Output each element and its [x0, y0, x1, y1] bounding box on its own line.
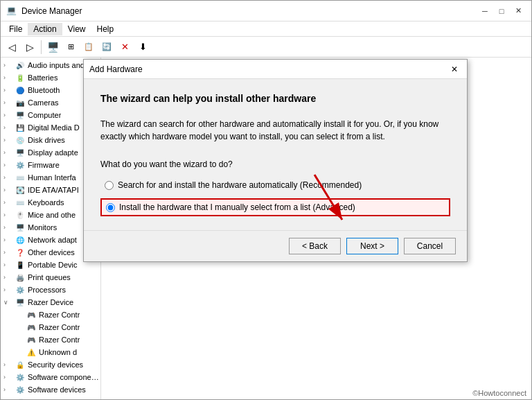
expand-firmware: ›: [3, 162, 15, 168]
expand-computer: ›: [3, 112, 15, 119]
icon-network: 🌐: [15, 234, 26, 245]
cancel-button[interactable]: Cancel: [404, 238, 456, 254]
toolbar-sep-1: [41, 40, 42, 54]
radio-option-auto[interactable]: Search for and install the hardware auto…: [100, 177, 450, 193]
menu-help[interactable]: Help: [91, 23, 120, 35]
icon-monitors: 🖥️: [15, 222, 26, 233]
toolbar-scan[interactable]: ⊞: [62, 39, 79, 55]
toolbar-update[interactable]: 🔄: [98, 39, 115, 55]
label-network: Network adapt: [28, 236, 77, 244]
toolbar-properties[interactable]: 📋: [80, 39, 97, 55]
close-button[interactable]: ✕: [511, 3, 526, 19]
label-software-devices: Software devices: [28, 385, 86, 394]
menu-view[interactable]: View: [62, 23, 91, 35]
toolbar-computer[interactable]: 🖥️: [44, 39, 61, 55]
tree-software-components[interactable]: › ⚙️ Software components: [1, 371, 100, 383]
expand-cameras: ›: [3, 99, 15, 106]
tree-unknown-device[interactable]: ⚠️ Unknown d: [1, 346, 100, 358]
label-unknown-device: Unknown d: [39, 348, 77, 356]
icon-other-devices: ❓: [15, 247, 26, 258]
tree-security[interactable]: › 🔒 Security devices: [1, 358, 100, 371]
dialog-close-button[interactable]: ✕: [447, 62, 461, 76]
title-bar-left: 💻 Device Manager: [6, 6, 82, 17]
toolbar: ◁ ▷ 🖥️ ⊞ 📋 🔄 ✕ ⬇: [1, 37, 531, 58]
expand-print-queues: ›: [3, 274, 15, 281]
label-cameras: Cameras: [28, 98, 59, 107]
expand-sound: ›: [3, 399, 15, 399]
icon-razer-ctrl-2: 🎮: [26, 322, 37, 333]
maximize-button[interactable]: □: [494, 3, 509, 19]
label-sound: Sound, video and game controllers: [28, 398, 100, 399]
expand-display-adapters: ›: [3, 149, 15, 156]
label-keyboards: Keyboards: [28, 198, 64, 207]
tree-razer-ctrl-1[interactable]: 🎮 Razer Contr: [1, 308, 100, 321]
tree-print-queues[interactable]: › 🖨️ Print queues: [1, 271, 100, 284]
expand-processors: ›: [3, 286, 15, 293]
icon-sound: 🔊: [15, 397, 26, 399]
icon-unknown-device: ⚠️: [26, 347, 37, 358]
label-digital-media: Digital Media D: [28, 123, 80, 132]
title-bar-controls: ─ □ ✕: [477, 3, 526, 19]
dialog-footer: < Back Next > Cancel: [84, 230, 467, 261]
menu-action[interactable]: Action: [28, 23, 62, 35]
next-button[interactable]: Next >: [346, 238, 398, 254]
radio-manual[interactable]: [106, 203, 115, 212]
expand-mice: ›: [3, 211, 15, 218]
expand-digital-media: ›: [3, 124, 15, 131]
toolbar-scan-changes[interactable]: ⬇: [134, 39, 151, 55]
label-other-devices: Other devices: [28, 248, 75, 256]
label-security: Security devices: [28, 360, 83, 369]
expand-hid: ›: [3, 174, 15, 181]
icon-print-queues: 🖨️: [15, 272, 26, 283]
menu-file[interactable]: File: [3, 23, 28, 35]
icon-security: 🔒: [15, 359, 26, 370]
expand-batteries: ›: [3, 74, 15, 81]
icon-disk-drives: 💿: [15, 134, 26, 146]
icon-software-components: ⚙️: [15, 372, 26, 383]
dialog-header-text: The wizard can help you install other ha…: [100, 93, 450, 104]
dialog-question: What do you want the wizard to do?: [100, 159, 450, 169]
icon-keyboards: ⌨️: [15, 197, 26, 208]
icon-display-adapters: 🖥️: [15, 147, 26, 158]
label-software-components: Software components: [28, 373, 100, 381]
toolbar-forward[interactable]: ▷: [21, 39, 38, 55]
label-firmware: Firmware: [28, 161, 60, 169]
svg-line-1: [314, 175, 342, 220]
dialog-body: The wizard can help you install other ha…: [84, 79, 467, 230]
expand-disk-drives: ›: [3, 137, 15, 144]
icon-razer: 🖥️: [15, 297, 26, 308]
tree-razer[interactable]: ∨ 🖥️ Razer Device: [1, 296, 100, 308]
radio-auto[interactable]: [105, 181, 114, 190]
window-icon: 💻: [6, 6, 17, 17]
expand-bluetooth: ›: [3, 87, 15, 94]
dialog-title: Add Hardware: [89, 64, 143, 74]
icon-software-devices: ⚙️: [15, 384, 26, 395]
tree-processors[interactable]: › ⚙️ Processors: [1, 284, 100, 296]
label-mice: Mice and othe: [28, 211, 76, 219]
label-computer: Computer: [28, 111, 61, 119]
expand-razer: ∨: [3, 299, 15, 306]
expand-portable: ›: [3, 261, 15, 268]
back-button[interactable]: < Back: [289, 238, 341, 254]
radio-option-manual[interactable]: Install the hardware that I manually sel…: [100, 198, 450, 216]
dialog-description: The wizard can search for other hardware…: [100, 118, 450, 143]
add-hardware-dialog: Add Hardware ✕ The wizard can help you i…: [83, 59, 468, 262]
tree-software-devices[interactable]: › ⚙️ Software devices: [1, 383, 100, 396]
label-bluetooth: Bluetooth: [28, 86, 60, 94]
icon-cameras: 📷: [15, 97, 26, 108]
label-portable: Portable Devic: [28, 261, 78, 269]
label-ide: IDE ATA/ATAPI: [28, 186, 79, 194]
toolbar-back[interactable]: ◁: [3, 39, 20, 55]
window-title: Device Manager: [21, 6, 82, 16]
icon-computer: 🖥️: [15, 110, 26, 121]
tree-razer-ctrl-2[interactable]: 🎮 Razer Contr: [1, 321, 100, 333]
menu-bar: File Action View Help: [1, 21, 531, 37]
title-bar: 💻 Device Manager ─ □ ✕: [1, 1, 531, 21]
tree-razer-ctrl-3[interactable]: 🎮 Razer Contr: [1, 333, 100, 346]
expand-software-devices: ›: [3, 386, 15, 393]
toolbar-uninstall[interactable]: ✕: [116, 39, 133, 55]
minimize-button[interactable]: ─: [477, 3, 493, 19]
expand-keyboards: ›: [3, 199, 15, 206]
watermark: ©Howtoconnect: [472, 389, 526, 397]
tree-sound[interactable]: › 🔊 Sound, video and game controllers: [1, 396, 100, 399]
